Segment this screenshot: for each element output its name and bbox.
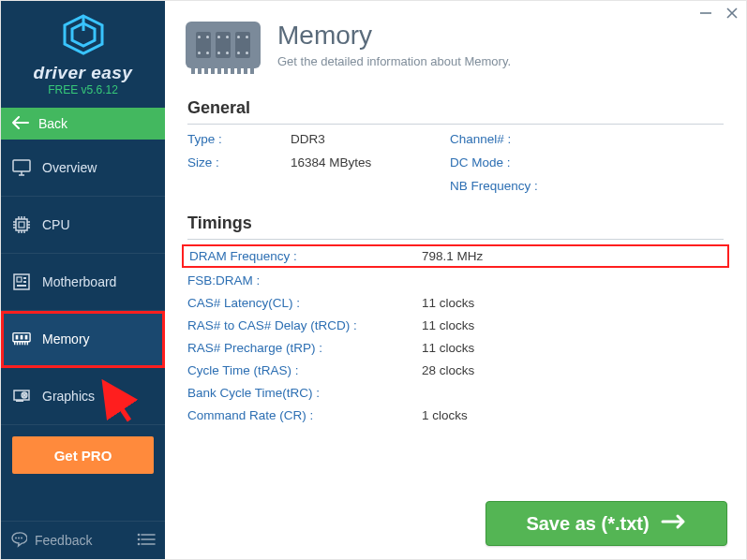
general-dcmode-label: DC Mode : [450, 155, 581, 169]
svg-point-43 [18, 537, 20, 538]
brand-logo-icon [61, 12, 106, 57]
general-grid: Type : DDR3 Channel# : Size : 16384 MByt… [187, 132, 724, 193]
sidebar-nav: Overview CPU Motherboard Memory [1, 140, 165, 425]
page-header: Memory Get the detailed information abou… [165, 1, 746, 78]
sidebar-item-label: Motherboard [42, 274, 116, 289]
arrow-right-icon [661, 512, 687, 536]
general-nbfreq-label: NB Frequency : [450, 179, 581, 193]
get-pro-button[interactable]: Get PRO [12, 436, 154, 474]
sidebar-item-label: Graphics [42, 389, 95, 404]
menu-icon[interactable] [137, 533, 156, 549]
sidebar-item-overview[interactable]: Overview [1, 140, 165, 197]
timings-grid: DRAM Frequency : 798.1 MHz FSB:DRAM : CA… [187, 247, 724, 422]
svg-rect-7 [19, 222, 24, 228]
general-dcmode-value [581, 155, 724, 169]
svg-rect-22 [23, 277, 26, 279]
timing-value-trc [422, 386, 724, 400]
graphics-icon [12, 387, 31, 405]
svg-point-50 [138, 542, 141, 545]
page-subtitle: Get the detailed information about Memor… [277, 54, 511, 68]
timing-label-cr: Command Rate (CR) : [187, 408, 422, 422]
back-label: Back [38, 116, 67, 131]
memory-icon [12, 330, 31, 348]
monitor-icon [12, 158, 31, 177]
main-area: Memory Get the detailed information abou… [165, 1, 746, 559]
svg-point-48 [138, 533, 141, 536]
sidebar-item-label: CPU [42, 217, 70, 232]
svg-point-44 [21, 537, 22, 538]
timing-label-dram-frequency: DRAM Frequency : [182, 244, 427, 268]
cpu-icon [12, 215, 31, 234]
svg-rect-3 [13, 160, 30, 171]
timing-label-cas-latency: CAS# Latency(CL) : [187, 296, 422, 310]
section-title-general: General [187, 78, 724, 125]
sidebar-item-motherboard[interactable]: Motherboard [1, 254, 165, 311]
sidebar-item-cpu[interactable]: CPU [1, 197, 165, 254]
general-size-value: 16384 MBytes [291, 155, 450, 169]
svg-rect-26 [16, 335, 19, 340]
svg-point-49 [138, 538, 141, 540]
svg-rect-23 [23, 281, 26, 283]
minimize-button[interactable] [699, 7, 712, 23]
timing-value-trcd: 11 clocks [422, 318, 724, 332]
timing-label-trc: Bank Cycle Time(tRC) : [187, 386, 422, 400]
close-button[interactable] [725, 7, 739, 23]
get-pro-label: Get PRO [54, 448, 112, 464]
general-type-value: DDR3 [291, 132, 450, 146]
section-title-timings: Timings [187, 193, 724, 240]
save-button-label: Save as (*.txt) [526, 513, 649, 535]
svg-rect-6 [16, 219, 27, 230]
svg-point-42 [15, 537, 17, 538]
general-size-label: Size : [187, 155, 291, 169]
motherboard-icon [12, 273, 31, 291]
save-as-txt-button[interactable]: Save as (*.txt) [486, 501, 727, 546]
arrow-left-icon [12, 116, 29, 132]
back-button[interactable]: Back [1, 108, 165, 140]
timing-value-trp: 11 clocks [422, 341, 724, 355]
svg-rect-27 [21, 335, 23, 340]
timing-label-tras: Cycle Time (tRAS) : [187, 363, 422, 377]
sidebar-item-label: Memory [42, 332, 90, 346]
general-channel-value [581, 132, 724, 146]
content-area: General Type : DDR3 Channel# : Size : 16… [165, 78, 746, 559]
sidebar: driver easy FREE v5.6.12 Back Overview C… [1, 1, 165, 559]
feedback-button[interactable]: Feedback [10, 531, 92, 551]
window-controls [699, 7, 739, 23]
svg-rect-24 [17, 285, 26, 287]
timing-label-fsb-dram: FSB:DRAM : [187, 273, 422, 287]
timing-value-cr: 1 clocks [422, 408, 724, 422]
timing-value-fsb-dram [422, 273, 724, 287]
timing-label-trcd: RAS# to CAS# Delay (tRCD) : [187, 318, 422, 332]
timing-value-cas-latency: 11 clocks [422, 296, 724, 310]
feedback-label: Feedback [35, 533, 92, 548]
brand-block: driver easy FREE v5.6.12 [1, 1, 165, 108]
svg-rect-21 [17, 277, 22, 282]
sidebar-footer: Feedback [1, 521, 165, 559]
timing-value-tras: 28 clocks [422, 363, 724, 377]
sidebar-item-graphics[interactable]: Graphics [1, 368, 165, 425]
chat-icon [10, 531, 27, 551]
brand-version: FREE v5.6.12 [1, 83, 165, 96]
page-title: Memory [277, 22, 511, 51]
timing-value-dram-frequency: 798.1 MHz [416, 244, 729, 268]
timing-label-trp: RAS# Precharge (tRP) : [187, 341, 422, 355]
general-channel-label: Channel# : [450, 132, 581, 146]
brand-name: driver easy [1, 63, 165, 83]
sidebar-item-memory[interactable]: Memory [1, 311, 165, 368]
memory-large-icon [186, 22, 261, 68]
sidebar-item-label: Overview [42, 160, 97, 175]
svg-rect-41 [16, 400, 23, 402]
general-nbfreq-value [581, 179, 724, 193]
general-type-label: Type : [187, 132, 291, 146]
svg-rect-28 [25, 335, 28, 340]
